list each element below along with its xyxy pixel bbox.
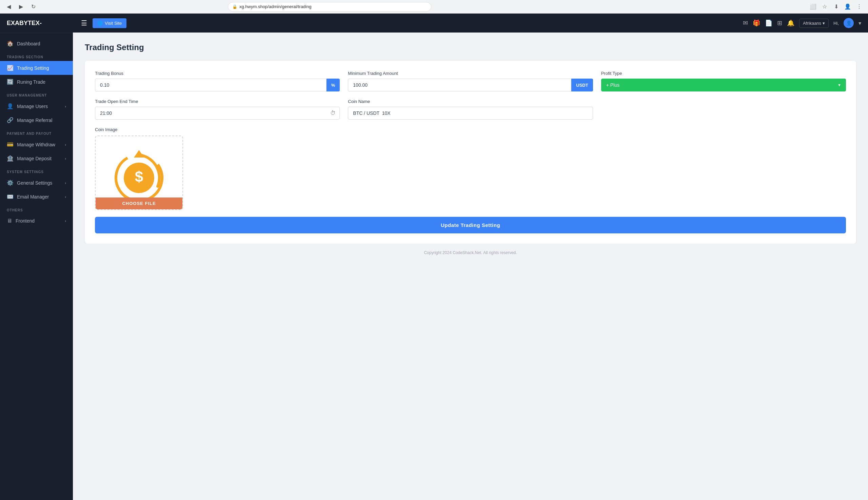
visit-site-button[interactable]: 🌐 Visit Site [92, 18, 126, 28]
trade-open-group: Trade Open End Time ⏱ [95, 99, 340, 120]
browser-chrome: ◀ ▶ ↻ 🔒 xg.hwym.shop/admin/general/tradi… [0, 0, 868, 13]
coin-svg: $ [109, 147, 169, 202]
main-content: Trading Setting Trading Bonus % [73, 33, 868, 500]
deposit-icon: 🏦 [7, 155, 13, 162]
sidebar-nav: 🏠 Dashboard TRADING SECTION 📈 Trading Se… [0, 33, 73, 500]
coin-image-label: Coin Image [95, 127, 846, 132]
minimum-trading-input[interactable] [348, 79, 571, 91]
trading-bonus-addon-button[interactable]: % [326, 79, 340, 91]
address-bar[interactable]: 🔒 xg.hwym.shop/admin/general/trading [228, 2, 431, 12]
menu-icon[interactable]: ⋮ [855, 2, 864, 12]
back-button[interactable]: ◀ [4, 2, 13, 12]
sidebar-label-users: Manage Users [17, 104, 48, 109]
frontend-icon: 🖥 [7, 218, 12, 224]
trading-bonus-label: Trading Bonus [95, 71, 340, 76]
profit-type-select-wrapper: + Plus - Minus [601, 79, 846, 91]
trading-setting-card: Trading Bonus % Minimum Trading Amount [85, 61, 856, 243]
sidebar-item-trading-setting[interactable]: 📈 Trading Setting [0, 61, 73, 75]
url-text: xg.hwym.shop/admin/general/trading [240, 4, 311, 9]
brand-logo: EXABYTEX- [0, 13, 73, 33]
sidebar-item-frontend[interactable]: 🖥 Frontend › [0, 214, 73, 228]
choose-file-button[interactable]: CHOOSE FILE [96, 197, 182, 209]
users-icon: 👤 [7, 103, 13, 110]
avatar[interactable]: 👤 [844, 18, 854, 28]
page-title: Trading Setting [85, 43, 856, 52]
coin-name-input[interactable] [348, 107, 593, 120]
cast-icon[interactable]: ⬜ [808, 2, 818, 12]
trade-open-input[interactable] [95, 107, 340, 120]
dropdown-icon: ▾ [823, 21, 825, 26]
trading-bonus-group: Trading Bonus % [95, 71, 340, 91]
profile-icon[interactable]: 👤 [843, 2, 853, 12]
sidebar-item-manage-referral[interactable]: 🔗 Manage Referral [0, 113, 73, 127]
home-icon: 🏠 [7, 40, 13, 47]
lock-icon: 🔒 [232, 4, 237, 9]
minimum-trading-addon-button[interactable]: USDT [571, 79, 593, 91]
layout-icon[interactable]: ⊞ [777, 19, 782, 27]
svg-text:$: $ [135, 168, 143, 185]
sidebar-item-runing-trade[interactable]: 🔄 Runing Trade [0, 75, 73, 89]
sidebar-label-deposit: Manage Deposit [17, 156, 52, 161]
minimum-trading-label: Minimum Trading Amount [348, 71, 593, 76]
referral-icon: 🔗 [7, 117, 13, 123]
sidebar-label-trading: Trading Setting [17, 65, 49, 71]
coin-name-label: Coin Name [348, 99, 593, 104]
sidebar-label-withdraw: Manage Withdraw [17, 142, 55, 147]
topbar-right: ✉ 🎁 📄 ⊞ 🔔 Afrikaans ▾ Hi, 👤 ▾ [743, 18, 861, 28]
coin-image-section: Coin Image [95, 127, 846, 210]
forward-button[interactable]: ▶ [16, 2, 26, 12]
minimum-trading-group: Minimum Trading Amount USDT [348, 71, 593, 91]
trade-icon: 🔄 [7, 79, 13, 85]
sidebar-label-dashboard: Dashboard [17, 41, 40, 46]
empty-group [601, 99, 846, 120]
bell-icon[interactable]: 🔔 [787, 19, 794, 27]
hamburger-button[interactable]: ☰ [80, 18, 89, 29]
reload-button[interactable]: ↻ [29, 2, 38, 12]
sidebar-item-dashboard[interactable]: 🏠 Dashboard [0, 37, 73, 50]
user-greeting: Hi, [833, 21, 839, 26]
sidebar-item-general-settings[interactable]: ⚙️ General Settings › [0, 176, 73, 190]
chevron-email-icon: › [65, 195, 66, 199]
globe-icon: 🌐 [97, 21, 103, 26]
trading-bonus-input-group: % [95, 79, 340, 91]
section-user-management: USER MANAGEMENT [0, 89, 73, 99]
trade-open-label: Trade Open End Time [95, 99, 340, 104]
sidebar-label-email: Email Manager [17, 194, 49, 200]
user-dropdown-icon[interactable]: ▾ [858, 20, 861, 26]
trading-bonus-input[interactable] [95, 79, 326, 91]
sidebar-item-email-manager[interactable]: ✉️ Email Manager › [0, 190, 73, 204]
sidebar: EXABYTEX- 🏠 Dashboard TRADING SECTION 📈 … [0, 13, 73, 500]
topbar: ☰ 🌐 Visit Site ✉ 🎁 📄 ⊞ 🔔 Afrikaans ▾ Hi,… [73, 13, 868, 33]
sidebar-label-frontend: Frontend [15, 218, 35, 224]
profit-type-label: Profit Type [601, 71, 846, 76]
chevron-general-icon: › [65, 181, 66, 185]
coin-image-dropzone[interactable]: $ CHOOSE FILE [95, 136, 183, 210]
bookmark-icon[interactable]: ☆ [820, 2, 830, 12]
clock-icon: ⏱ [330, 110, 336, 116]
download-icon[interactable]: ⬇ [831, 2, 841, 12]
sidebar-label-referral: Manage Referral [17, 117, 52, 123]
sidebar-item-manage-deposit[interactable]: 🏦 Manage Deposit › [0, 151, 73, 165]
section-payment: PAYMENT AND PAYOUT [0, 127, 73, 137]
gift-icon[interactable]: 🎁 [753, 19, 760, 27]
gear-icon: ⚙️ [7, 180, 13, 186]
trading-icon: 📈 [7, 65, 13, 71]
inbox-icon[interactable]: ✉ [743, 19, 748, 27]
section-trading: TRADING SECTION [0, 50, 73, 61]
browser-actions: ⬜ ☆ ⬇ 👤 ⋮ [808, 2, 864, 12]
sidebar-label-runing: Runing Trade [17, 79, 45, 85]
profit-type-group: Profit Type + Plus - Minus [601, 71, 846, 91]
chevron-deposit-icon: › [65, 157, 66, 161]
chevron-users-icon: › [65, 104, 66, 109]
email-icon: ✉️ [7, 193, 13, 200]
update-trading-setting-button[interactable]: Update Trading Setting [95, 217, 846, 234]
chevron-frontend-icon: › [65, 219, 66, 223]
withdraw-icon: 💳 [7, 141, 13, 148]
sidebar-item-manage-withdraw[interactable]: 💳 Manage Withdraw › [0, 137, 73, 151]
profit-type-select[interactable]: + Plus - Minus [601, 79, 846, 91]
sidebar-item-manage-users[interactable]: 👤 Manage Users › [0, 99, 73, 113]
minimum-trading-input-group: USDT [348, 79, 593, 91]
trade-open-wrapper: ⏱ [95, 107, 340, 120]
language-selector[interactable]: Afrikaans ▾ [799, 19, 829, 28]
document-icon[interactable]: 📄 [765, 19, 772, 27]
